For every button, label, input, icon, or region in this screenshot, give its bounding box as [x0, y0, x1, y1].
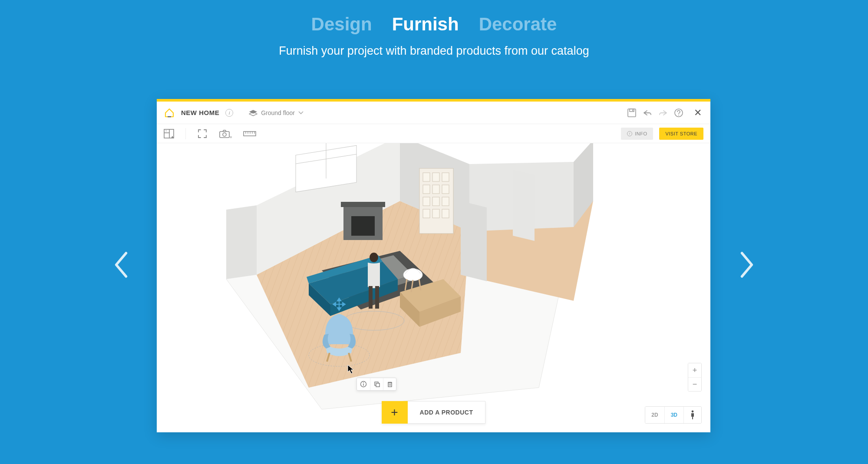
svg-rect-31 — [423, 197, 430, 206]
chevron-down-icon — [298, 111, 304, 115]
svg-rect-33 — [442, 197, 449, 206]
zoom-in-button[interactable]: + — [688, 363, 701, 377]
tab-decorate[interactable]: Decorate — [479, 14, 557, 35]
svg-point-44 — [370, 253, 378, 262]
visit-store-label: VISIT STORE — [665, 131, 697, 136]
info-button-label: INFO — [635, 131, 647, 136]
close-icon[interactable]: ✕ — [690, 107, 703, 118]
svg-point-54 — [363, 382, 364, 383]
object-toolbar — [356, 378, 396, 391]
svg-rect-46 — [375, 286, 379, 309]
svg-rect-13 — [244, 132, 256, 136]
svg-rect-1 — [628, 109, 636, 117]
person-icon — [690, 410, 695, 420]
help-icon[interactable] — [674, 108, 683, 118]
svg-rect-29 — [432, 185, 439, 194]
svg-rect-30 — [442, 185, 449, 194]
info-button[interactable]: i INFO — [621, 128, 653, 140]
svg-rect-26 — [432, 173, 439, 181]
svg-rect-27 — [442, 173, 449, 181]
chevron-right-icon — [739, 252, 754, 278]
svg-rect-57 — [376, 383, 380, 387]
camera-icon[interactable]: 3D — [219, 129, 232, 138]
svg-rect-35 — [432, 209, 439, 218]
undo-icon[interactable] — [643, 108, 652, 118]
floor-selector[interactable]: Ground floor — [249, 109, 304, 116]
scene-3d — [157, 143, 710, 432]
svg-rect-58 — [388, 383, 392, 387]
canvas[interactable]: + − 2D 3D + ADD A PRODUCT — [157, 143, 710, 432]
svg-point-11 — [223, 133, 226, 136]
zoom-out-button[interactable]: − — [688, 377, 701, 391]
svg-rect-38 — [341, 202, 385, 207]
svg-rect-39 — [351, 216, 375, 236]
project-name: NEW HOME — [181, 109, 219, 116]
object-delete-icon[interactable] — [383, 378, 396, 390]
svg-text:T: T — [165, 130, 167, 132]
svg-rect-2 — [630, 109, 634, 112]
ruler-icon[interactable] — [243, 129, 256, 138]
app-toolbar: T 3D i INFO VISIT STORE — [157, 124, 710, 143]
project-info-icon[interactable]: i — [225, 109, 233, 117]
view-3d-button[interactable]: 3D — [664, 407, 683, 423]
svg-rect-3 — [632, 109, 633, 111]
view-toggle: 2D 3D — [645, 406, 702, 424]
tab-design[interactable]: Design — [311, 14, 372, 35]
svg-text:3D: 3D — [230, 136, 232, 138]
svg-rect-25 — [423, 173, 430, 181]
view-walk-button[interactable] — [683, 407, 701, 423]
carousel-next[interactable] — [739, 252, 754, 278]
svg-rect-36 — [442, 209, 449, 218]
hero-subtitle: Furnish your project with branded produc… — [0, 44, 868, 58]
zoom-controls: + − — [688, 363, 702, 392]
svg-rect-10 — [220, 132, 229, 138]
plus-icon: + — [382, 401, 408, 424]
app-window: NEW HOME i Ground floor ✕ T — [157, 99, 710, 432]
layers-icon — [249, 109, 257, 116]
save-icon[interactable] — [627, 108, 637, 118]
svg-rect-28 — [423, 185, 430, 194]
svg-rect-45 — [369, 286, 373, 309]
fullscreen-icon[interactable] — [197, 129, 208, 138]
app-header: NEW HOME i Ground floor ✕ — [157, 102, 710, 124]
app-logo-icon — [164, 107, 175, 118]
object-info-icon[interactable] — [357, 378, 370, 390]
chevron-left-icon — [114, 252, 129, 278]
carousel-prev[interactable] — [114, 252, 129, 278]
tab-furnish[interactable]: Furnish — [392, 14, 459, 35]
svg-point-5 — [678, 115, 679, 115]
visit-store-button[interactable]: VISIT STORE — [659, 128, 703, 140]
add-product-button[interactable]: + ADD A PRODUCT — [382, 401, 486, 424]
redo-icon[interactable] — [658, 108, 668, 118]
floor-label: Ground floor — [261, 109, 295, 116]
floorplan-tool-icon[interactable]: T — [164, 129, 174, 138]
svg-point-64 — [692, 411, 694, 413]
info-icon: i — [627, 131, 632, 136]
svg-rect-32 — [432, 197, 439, 206]
object-duplicate-icon[interactable] — [370, 378, 383, 390]
view-2d-button[interactable]: 2D — [645, 407, 664, 423]
add-product-label: ADD A PRODUCT — [408, 401, 486, 424]
svg-rect-34 — [423, 209, 430, 218]
